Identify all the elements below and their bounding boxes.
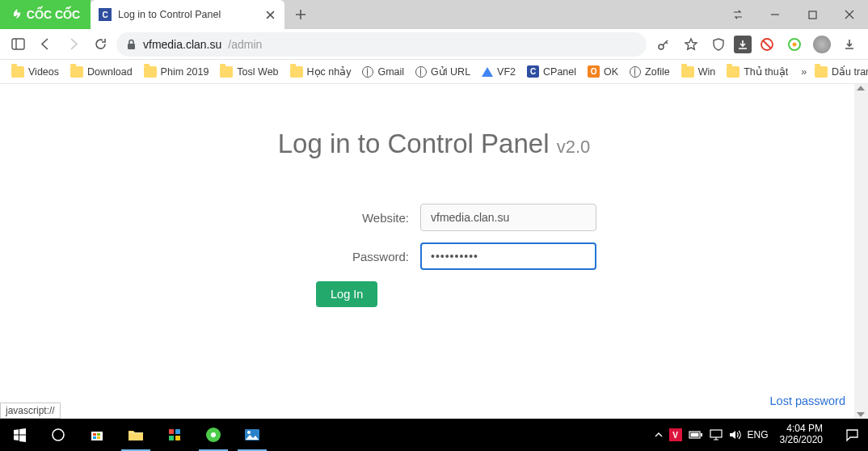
arrow-right-icon — [66, 37, 80, 51]
taskbar-store[interactable] — [78, 419, 116, 451]
bookmark-item[interactable]: Gmail — [359, 65, 407, 79]
window-close-button[interactable] — [831, 0, 868, 29]
shield-icon — [711, 37, 726, 52]
image-icon — [244, 428, 260, 441]
folder-icon — [144, 66, 157, 78]
spacer — [167, 281, 316, 307]
avatar-icon — [813, 36, 831, 53]
password-input[interactable] — [420, 242, 596, 270]
drive-icon — [482, 67, 493, 77]
bookmark-label: Download — [87, 66, 133, 78]
bookmark-label: Win — [698, 66, 716, 78]
circle-icon — [51, 428, 65, 442]
reload-button[interactable] — [89, 33, 112, 56]
tab-favicon-icon: C — [99, 8, 112, 21]
reload-icon — [94, 37, 107, 51]
profile-avatar-button[interactable] — [810, 33, 834, 56]
tray-battery[interactable] — [689, 430, 703, 440]
taskbar-file-explorer[interactable] — [116, 419, 155, 451]
svg-point-18 — [211, 432, 216, 437]
bookmark-item[interactable]: Tosl Web — [217, 65, 281, 79]
bookmark-item[interactable]: Download — [67, 65, 136, 79]
tray-language[interactable]: ENG — [748, 429, 769, 440]
coccoc-logo-text: CỐC CỐC — [27, 8, 80, 21]
new-tab-button[interactable] — [289, 3, 312, 26]
scroll-down-icon — [857, 412, 865, 417]
extension-noscript-button[interactable] — [755, 33, 779, 56]
tray-chevron-up[interactable] — [655, 431, 663, 439]
tray-v-app[interactable]: V — [669, 428, 682, 441]
tab-title: Log in to Control Panel — [118, 9, 257, 20]
bookmark-star-button[interactable] — [679, 33, 703, 56]
bookmark-item[interactable]: Phim 2019 — [141, 65, 213, 79]
bookmark-label: CPanel — [543, 66, 576, 78]
bookmark-item[interactable]: Win — [678, 65, 719, 79]
action-center-button[interactable] — [836, 419, 868, 451]
download-arrow-icon — [843, 38, 856, 51]
other-bookmarks-button[interactable]: Dấu trang khác — [811, 64, 868, 79]
bookmark-item[interactable]: CCPanel — [524, 64, 579, 79]
bookmark-item[interactable]: Videos — [8, 65, 62, 79]
browser-tab[interactable]: C Log in to Control Panel — [91, 0, 284, 29]
bookmark-label: Videos — [28, 66, 59, 78]
window-minimize-button[interactable] — [756, 0, 794, 29]
download-button[interactable] — [734, 36, 752, 53]
svg-rect-24 — [710, 430, 722, 437]
address-bar[interactable]: vfmedia.clan.su/admin — [116, 32, 647, 57]
bookmark-label: Tosl Web — [237, 66, 278, 78]
taskbar-app-red[interactable] — [155, 419, 194, 451]
key-icon — [656, 37, 671, 52]
bookmark-item[interactable]: Thủ thuật — [723, 64, 791, 79]
bookmark-item[interactable]: Zofile — [626, 65, 673, 79]
svg-rect-16 — [175, 436, 180, 440]
close-icon — [266, 11, 275, 19]
lost-password-link[interactable]: Lost password — [770, 394, 846, 407]
password-key-button[interactable] — [651, 33, 676, 56]
panel-toggle-button[interactable] — [6, 33, 29, 56]
login-button[interactable]: Log In — [316, 281, 377, 307]
download-arrow-button[interactable] — [837, 33, 862, 56]
bookmark-label: OK — [604, 66, 618, 78]
extension-coccoc-button[interactable] — [782, 33, 807, 56]
panel-icon — [11, 37, 25, 51]
tray-network[interactable] — [710, 429, 723, 440]
website-input[interactable] — [420, 204, 596, 231]
windows-taskbar: V ENG 4:04 PM 3/26/2020 — [0, 419, 868, 451]
noscript-icon — [760, 37, 774, 52]
lock-icon — [126, 39, 137, 50]
cortana-button[interactable] — [39, 419, 78, 451]
title-main: Log in to Control Panel — [278, 129, 557, 158]
svg-rect-15 — [169, 436, 174, 440]
window-maximize-button[interactable] — [794, 0, 831, 29]
window-account-button[interactable] — [719, 0, 756, 29]
star-icon — [684, 37, 698, 52]
svg-rect-2 — [128, 44, 135, 49]
tab-close-button[interactable] — [263, 8, 276, 21]
bookmark-label: Học nhảy — [307, 65, 352, 78]
shield-button[interactable] — [706, 33, 731, 56]
minimize-icon — [770, 10, 780, 19]
maximize-icon — [808, 11, 817, 19]
taskbar-coccoc[interactable] — [194, 419, 233, 451]
bookmark-label: VF2 — [497, 66, 516, 78]
bookmark-label: Gmail — [377, 66, 404, 78]
bookmarks-overflow-chevron[interactable]: » — [801, 66, 807, 78]
bookmark-item[interactable]: Gửi URL — [412, 64, 474, 79]
vertical-scrollbar[interactable] — [854, 84, 868, 419]
clock-time: 4:04 PM — [780, 424, 823, 435]
bookmark-item[interactable]: Học nhảy — [287, 64, 355, 79]
app-icon — [167, 428, 182, 442]
back-button[interactable] — [34, 33, 57, 56]
bookmark-item[interactable]: VF2 — [478, 65, 519, 79]
bookmarks-bar: VideosDownloadPhim 2019Tosl WebHọc nhảyG… — [0, 60, 868, 84]
status-bar: javascript:// — [0, 403, 61, 419]
taskbar-clock[interactable]: 4:04 PM 3/26/2020 — [775, 424, 828, 446]
coccoc-logo[interactable]: CỐC CỐC — [0, 0, 91, 29]
monitor-icon — [710, 429, 723, 440]
bookmark-label: Thủ thuật — [744, 65, 788, 78]
taskbar-photos[interactable] — [233, 419, 272, 451]
bookmark-item[interactable]: OOK — [584, 64, 622, 79]
start-button[interactable] — [0, 419, 39, 451]
windows-icon — [13, 428, 27, 442]
tray-volume[interactable] — [729, 429, 741, 440]
